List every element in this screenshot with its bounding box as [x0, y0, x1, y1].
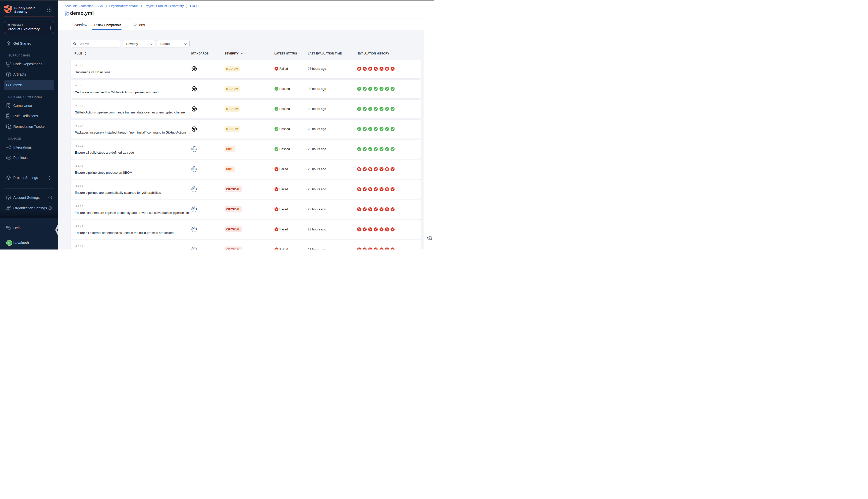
svg-text:?: ? [7, 226, 9, 228]
